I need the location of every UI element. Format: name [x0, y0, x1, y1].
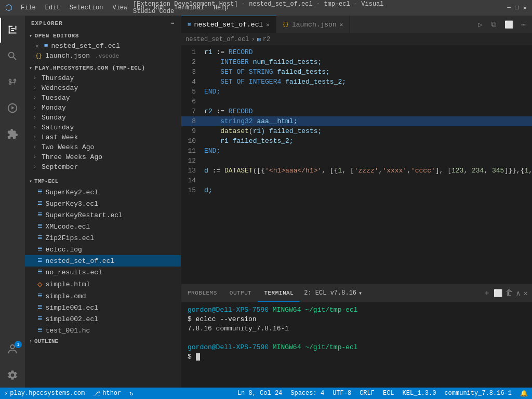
tree-monday[interactable]: › Monday: [25, 103, 181, 113]
tree-sunday[interactable]: › Sunday: [25, 113, 181, 123]
activity-account[interactable]: [0, 337, 25, 362]
term-dollar-1: $: [188, 315, 196, 323]
open-file-launch[interactable]: {} launch.json .vscode: [25, 51, 181, 61]
status-sync[interactable]: ↻: [125, 388, 137, 399]
status-eol[interactable]: CRLF: [355, 388, 379, 399]
tab-nested-label: nested_set_of.ecl: [194, 21, 263, 29]
line-content-9[interactable]: dataset(r1) failed_tests;: [202, 126, 532, 136]
split-button[interactable]: ⧉: [489, 19, 498, 30]
tab-actions: ▷ ⧉ ⬜ ⋯: [472, 16, 532, 33]
status-encoding[interactable]: UTF-8: [328, 388, 355, 399]
terminal-selector[interactable]: 2: ECL v7.8.16 ▾: [300, 284, 366, 302]
file-eclcc-log[interactable]: ≡ eclcc.log: [25, 244, 181, 255]
tab-launch-close[interactable]: ✕: [340, 21, 343, 28]
line-num-2: 2: [181, 57, 202, 67]
line-content-8[interactable]: string32 aaa__html;: [202, 116, 532, 126]
line-content-10[interactable]: r1 failed_tests_2;: [202, 136, 532, 146]
activity-scm[interactable]: [0, 70, 25, 95]
tree-lastweek[interactable]: › Last Week: [25, 132, 181, 142]
file-superkey2[interactable]: ≡ SuperKey2.ecl: [25, 187, 181, 198]
menu-file[interactable]: File: [17, 3, 40, 12]
minimize-button[interactable]: ─: [507, 4, 511, 12]
file-simple001[interactable]: ≡ simple001.ecl: [25, 302, 181, 313]
outline-section[interactable]: › OUTLINE: [25, 336, 181, 347]
tab-launch[interactable]: {} launch.json ✕: [276, 16, 350, 33]
status-community[interactable]: community_7.8.16-1: [440, 388, 516, 399]
split-terminal-button[interactable]: ⬜: [494, 289, 502, 298]
line-content-15[interactable]: d;: [202, 185, 532, 195]
line-content-2[interactable]: INTEGER num_failed_tests;: [202, 57, 532, 67]
tree-tuesday[interactable]: › Tuesday: [25, 93, 181, 103]
file-zip2fips[interactable]: ≡ Zip2Fips.ecl: [25, 232, 181, 244]
status-spaces[interactable]: Spaces: 4: [286, 388, 328, 399]
panel-tab-problems[interactable]: PROBLEMS: [181, 284, 223, 302]
activity-extensions[interactable]: [0, 122, 25, 147]
maximize-button[interactable]: □: [515, 4, 519, 12]
status-remote[interactable]: ⚡ play.hpccsystems.com: [0, 388, 89, 399]
trash-terminal-button[interactable]: 🗑: [506, 289, 513, 297]
file-superkeyrestart[interactable]: ≡ SuperKeyRestart.ecl: [25, 209, 181, 221]
status-language[interactable]: ECL: [379, 388, 398, 399]
tab-nested[interactable]: ≡ nested_set_of.ecl ✕: [181, 16, 276, 33]
panel-tab-terminal[interactable]: TERMINAL: [258, 284, 300, 302]
code-editor[interactable]: 1 r1 := RECORD 2 INTEGER num_failed_test…: [181, 45, 532, 284]
tmp-ecl-header[interactable]: ▾ TMP-ECL: [25, 176, 181, 187]
line-content-7[interactable]: r2 := RECORD: [202, 107, 532, 116]
tree-threeweeks[interactable]: › Three Weeks Ago: [25, 152, 181, 162]
file-nested-set[interactable]: ≡ nested_set_of.ecl: [25, 255, 181, 267]
panel-tab-output[interactable]: OUTPUT: [223, 284, 258, 302]
thursday-chevron: ›: [33, 75, 39, 81]
run-button[interactable]: ▷: [476, 19, 484, 30]
line-content-11[interactable]: END;: [202, 146, 532, 156]
file-superkey3[interactable]: ≡ SuperKey3.ecl: [25, 198, 181, 209]
tree-thursday[interactable]: › Thursday: [25, 73, 181, 83]
status-bell[interactable]: 🔔: [516, 388, 532, 399]
activity-search[interactable]: [0, 44, 25, 69]
close-nested-icon[interactable]: ✕: [35, 43, 39, 49]
split-vertical-button[interactable]: ⬜: [502, 19, 515, 30]
line-content-3[interactable]: SET OF STRING failed_tests;: [202, 67, 532, 77]
add-terminal-button[interactable]: ＋: [483, 288, 490, 298]
breadcrumb-file[interactable]: nested_set_of.ecl: [185, 36, 249, 43]
tmp-ecl-label: TMP-ECL: [34, 178, 58, 184]
status-kel[interactable]: KEL_1.3.0: [398, 388, 441, 399]
sidebar-more-icon[interactable]: ⋯: [170, 20, 175, 26]
menu-view[interactable]: View: [108, 3, 131, 12]
open-editors-header[interactable]: ▾ OPEN EDITORS: [25, 31, 181, 41]
close-button[interactable]: ✕: [523, 4, 527, 12]
file-simple-omd[interactable]: ≡ simple.omd: [25, 290, 181, 302]
breadcrumb-symbol[interactable]: r2: [263, 36, 270, 43]
tree-september[interactable]: › September: [25, 162, 181, 172]
term-line-3: 7.8.16 community_7.8.16-1: [188, 324, 526, 334]
remote-section-header[interactable]: ▾ PLAY.HPCCSYSTEMS.COM (TMP-ECL): [25, 63, 181, 73]
activity-settings[interactable]: [0, 363, 25, 388]
close-panel-button[interactable]: ✕: [524, 289, 528, 298]
line-content-4[interactable]: SET OF INTEGER4 failed_tests_2;: [202, 77, 532, 87]
tree-twoweeks[interactable]: › Two Weeks Ago: [25, 142, 181, 152]
tree-wednesday[interactable]: › Wednesday: [25, 83, 181, 93]
menu-edit[interactable]: Edit: [41, 3, 64, 12]
line-content-1[interactable]: r1 := RECORD: [202, 47, 532, 57]
status-language-text: ECL: [383, 390, 394, 397]
file-xmlcode[interactable]: ≡ XMLcode.ecl: [25, 221, 181, 232]
status-position[interactable]: Ln 8, Col 24: [233, 388, 286, 399]
status-branch[interactable]: ⎇ hthor: [89, 388, 125, 399]
terminal-content[interactable]: gordon@Dell-XPS-7590 MINGW64 ~/git/tmp-e…: [181, 302, 532, 388]
line-num-1: 1: [181, 47, 202, 57]
activity-run[interactable]: [0, 96, 25, 121]
activity-explorer[interactable]: [0, 18, 25, 43]
file-no-results[interactable]: ≡ no_results.ecl: [25, 267, 181, 278]
file-simple002[interactable]: ≡ simple002.ecl: [25, 313, 181, 325]
file-simple-html[interactable]: ◇ simple.html: [25, 278, 181, 290]
menu-selection[interactable]: Selection: [65, 3, 108, 12]
tree-saturday[interactable]: › Saturday: [25, 123, 181, 132]
tab-nested-close[interactable]: ✕: [266, 21, 270, 28]
launch-vscode-label: .vscode: [95, 53, 119, 59]
kill-terminal-button[interactable]: ∧: [516, 289, 520, 298]
line-content-5[interactable]: END;: [202, 87, 532, 97]
file-test001[interactable]: ≡ test_001.hc: [25, 325, 181, 336]
open-file-nested[interactable]: ✕ ≡ nested_set_of.ecl: [25, 41, 181, 51]
more-tab-actions[interactable]: ⋯: [520, 19, 528, 30]
line-content-13[interactable]: d := DATASET([{'<h1>aaa</h1>', [{1, ['zz…: [202, 166, 532, 176]
tmp-ecl-chevron: ▾: [29, 178, 32, 184]
